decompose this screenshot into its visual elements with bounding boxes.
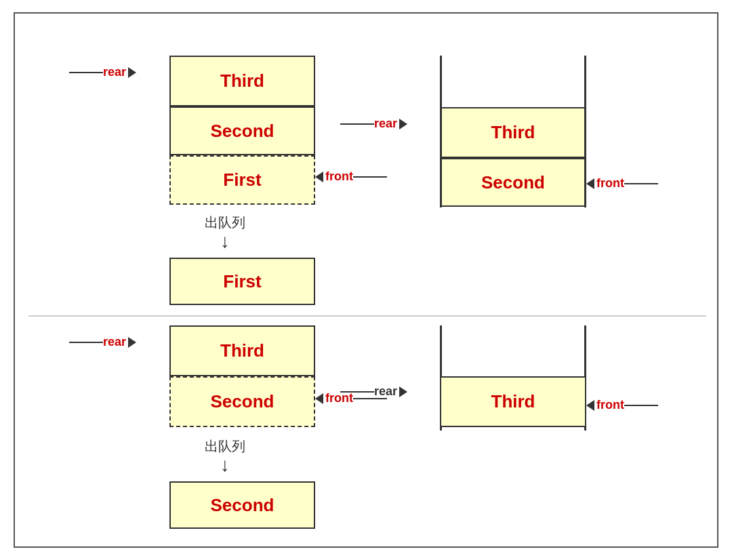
- tr-wall-left: [440, 56, 442, 207]
- br-rear-arrow: rear: [340, 384, 407, 399]
- br-item-third: Third: [440, 376, 586, 427]
- tl-item-second: Second: [169, 106, 315, 155]
- tl-item-third: Third: [169, 56, 315, 106]
- bl-dequeue-label: 出队列 ↓: [205, 437, 245, 475]
- bl-item-third: Third: [169, 325, 315, 376]
- tl-dequeue-label: 出队列 ↓: [205, 214, 245, 251]
- tl-item-first: First: [169, 155, 315, 205]
- bl-ejected-second: Second: [169, 481, 315, 529]
- section-divider: [28, 315, 706, 317]
- main-canvas: Third Second First rear front 出队列 ↓ Firs…: [14, 12, 718, 548]
- bl-item-second: Second: [169, 376, 315, 427]
- tr-item-second: Second: [440, 158, 586, 207]
- tl-front-arrow: front: [315, 169, 387, 184]
- tr-rear-arrow: rear: [340, 117, 407, 131]
- tl-rear-arrow: rear: [69, 65, 136, 79]
- br-front-arrow: front: [586, 398, 658, 412]
- tr-item-third: Third: [440, 107, 586, 158]
- tr-front-arrow: front: [586, 176, 658, 191]
- tl-ejected-first: First: [169, 258, 315, 305]
- bl-rear-arrow: rear: [69, 335, 136, 349]
